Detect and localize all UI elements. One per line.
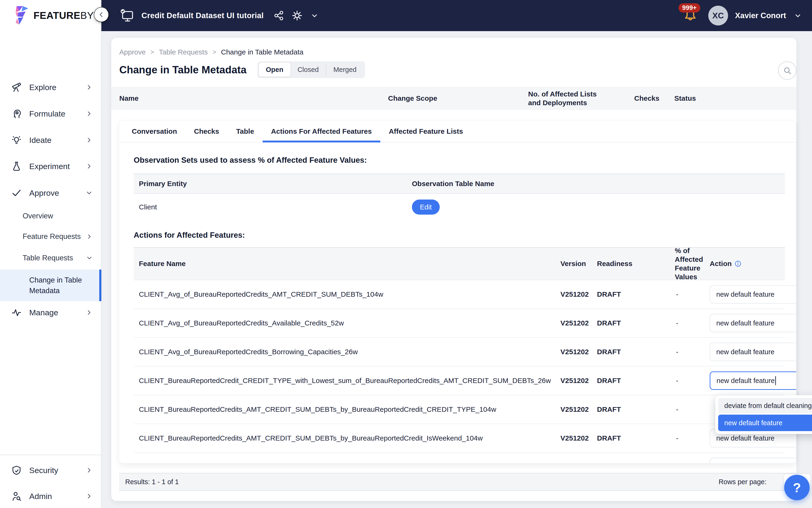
column-header-pct-affected: % of Affected Feature Values <box>675 246 707 281</box>
feature-name: CLIENT_Avg_of_BureauReportedCredits_Borr… <box>139 348 358 356</box>
sidebar-item-change-in-table-metadata[interactable]: Change in Table Metadata <box>0 269 101 301</box>
sidebar-item-overview[interactable]: Overview <box>0 206 101 226</box>
sidebar-item-admin[interactable]: Admin <box>0 484 101 508</box>
feature-name: CLIENT_BureauReportedCredit_CREDIT_TYPE_… <box>139 377 551 385</box>
action-select-value: new default feature <box>716 434 774 442</box>
chevron-down-icon <box>85 189 93 197</box>
telescope-icon <box>11 82 22 93</box>
feature-version: V251202 <box>560 434 589 442</box>
breadcrumb-table-requests[interactable]: Table Requests <box>159 48 208 56</box>
segment-merged[interactable]: Merged <box>326 63 364 77</box>
feature-row: CLIENT_BureauReportedCredits_AMT_CREDIT_… <box>134 424 785 453</box>
breadcrumb-current: Change in Table Metadata <box>221 48 304 56</box>
edit-observation-table-button[interactable]: Edit <box>412 200 440 215</box>
workspace-header: Credit Default Dataset UI tutorial <box>120 0 319 31</box>
workspace-chevron-down-icon[interactable] <box>310 11 319 20</box>
pct-affected-value: - <box>676 406 678 414</box>
sidebar-item-explore[interactable]: Explore <box>0 76 101 99</box>
sidebar-item-manage[interactable]: Manage <box>0 301 101 324</box>
affected-features-table: Feature Name Version Readiness % of Affe… <box>134 247 785 463</box>
primary-entity-value: Client <box>139 203 157 211</box>
action-select[interactable]: new default feature <box>710 458 796 463</box>
pct-affected-value: - <box>676 348 678 356</box>
sidebar-active-item-label: Change in Table Metadata <box>29 275 99 296</box>
sidebar-divider <box>0 455 101 455</box>
chevron-right-icon <box>85 136 93 144</box>
feature-readiness: DRAFT <box>597 348 621 356</box>
feature-version: V251202 <box>560 463 589 463</box>
actions-heading: Actions for Affected Features: <box>134 231 796 240</box>
sidebar-item-ideate[interactable]: Ideate <box>0 128 101 152</box>
share-icon[interactable] <box>273 10 284 21</box>
sidebar-collapse-button[interactable] <box>94 7 109 22</box>
feature-readiness: DRAFT <box>597 377 621 385</box>
action-dropdown-menu: deviate from default cleaning oper new d… <box>715 395 812 434</box>
segment-open[interactable]: Open <box>259 63 290 77</box>
search-button[interactable] <box>778 61 797 80</box>
feature-name: CLIENT_BureauReportedCredits_AMT_CREDIT_… <box>139 434 483 442</box>
action-header-label: Action <box>710 260 732 268</box>
tab-affected-feature-lists[interactable]: Affected Feature Lists <box>389 121 463 142</box>
tab-checks[interactable]: Checks <box>194 121 219 142</box>
breadcrumb-approve[interactable]: Approve <box>119 48 146 56</box>
action-select[interactable]: new default feature <box>710 343 796 361</box>
user-name: Xavier Conort <box>735 11 786 20</box>
column-header-readiness: Readiness <box>597 260 632 268</box>
requests-table-header: Name Change Scope No. of Affected Lists … <box>111 87 797 110</box>
feature-row: CLIENT_Avg_of_BureauReportedCredits_Avai… <box>134 309 785 338</box>
feature-row: CLIENT_Avg_of_BureauReportedCredits_AMT_… <box>134 280 785 309</box>
search-icon <box>782 66 792 76</box>
observation-sets-heading: Observation Sets used to assess % of Aff… <box>134 156 796 165</box>
observation-table-row: Client Edit <box>134 194 785 220</box>
sidebar-item-feature-requests[interactable]: Feature Requests <box>0 226 101 247</box>
action-select[interactable]: new default feature <box>710 314 796 332</box>
tab-conversation[interactable]: Conversation <box>132 121 177 142</box>
sidebar-item-experiment[interactable]: Experiment <box>0 155 101 178</box>
sidebar-item-table-requests[interactable]: Table Requests <box>0 248 101 268</box>
tab-table[interactable]: Table <box>236 121 254 142</box>
sidebar-item-formulate[interactable]: Formulate <box>0 102 101 125</box>
pct-affected-value: - <box>676 319 678 327</box>
chevron-right-icon <box>85 83 93 91</box>
breadcrumb-separator: > <box>213 48 216 56</box>
chevron-right-icon <box>85 466 93 474</box>
detail-tabs: Conversation Checks Table Actions For Af… <box>119 121 796 142</box>
action-select-value: new default feature <box>716 348 774 356</box>
feature-readiness: DRAFT <box>597 290 621 298</box>
chevron-right-icon <box>85 163 93 170</box>
results-count: Results: 1 - 1 of 1 <box>125 478 179 486</box>
status-segmented-control: Open Closed Merged <box>258 61 365 78</box>
breadcrumb-separator: > <box>150 48 154 56</box>
observation-table-header: Primary Entity Observation Table Name <box>134 174 785 194</box>
sidebar-item-security[interactable]: Security <box>0 459 101 482</box>
help-button[interactable]: ? <box>784 475 810 500</box>
flask-icon <box>11 161 22 172</box>
action-select-focused[interactable]: new default feature <box>710 372 796 390</box>
notification-count-badge: 999+ <box>679 3 701 12</box>
action-select[interactable]: new default feature <box>710 285 796 303</box>
dropdown-option-deviate[interactable]: deviate from default cleaning oper <box>718 398 812 413</box>
dropdown-option-new-default-feature[interactable]: new default feature <box>718 415 812 431</box>
column-header-name: Name <box>119 94 139 102</box>
sidebar-subitem-label: Feature Requests <box>22 232 81 241</box>
feature-version: V251202 <box>560 406 589 414</box>
pct-affected-value: - <box>676 434 678 442</box>
sidebar-item-label: Formulate <box>29 109 65 118</box>
feature-version: V251202 <box>560 319 589 327</box>
sidebar-item-approve[interactable]: Approve <box>0 181 101 205</box>
notifications-button[interactable]: 999+ <box>683 8 698 23</box>
tab-actions-for-affected-features[interactable]: Actions For Affected Features <box>271 121 372 142</box>
info-icon[interactable] <box>734 260 741 267</box>
user-avatar[interactable]: XC <box>708 6 728 26</box>
settings-gear-icon[interactable] <box>291 10 303 21</box>
featurebyte-logo: FEATUREBYTE <box>15 6 106 25</box>
pct-affected-value: - <box>676 377 678 385</box>
feature-row: CLIENT_BureauReportedCredit_CREDIT_TYPE_… <box>134 367 785 395</box>
segment-closed[interactable]: Closed <box>290 63 326 77</box>
feature-name: CLIENT_BureauReportedCredits_AMT_CREDIT_… <box>139 406 496 414</box>
column-header-version: Version <box>560 260 586 268</box>
user-header: 999+ XC Xavier Conort <box>683 0 803 31</box>
featurebyte-logo-mark <box>15 6 30 25</box>
user-menu-chevron-down-icon[interactable] <box>793 11 803 20</box>
title-row: Change in Table Metadata Open Closed Mer… <box>119 61 365 78</box>
